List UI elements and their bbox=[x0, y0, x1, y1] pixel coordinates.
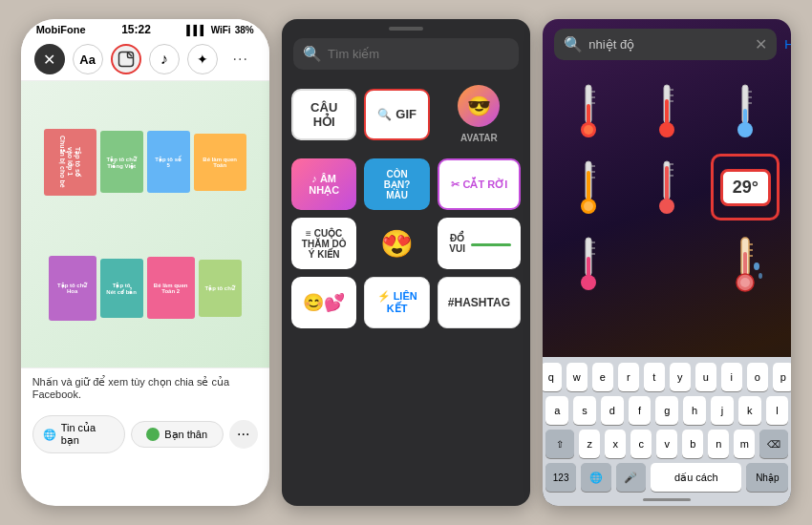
panel3-search-container[interactable]: 🔍 ✕ bbox=[554, 29, 777, 60]
home-indicator bbox=[643, 498, 691, 501]
avatar-badge: 😎 AVATAR bbox=[438, 77, 521, 151]
sticker-cuoc-tham[interactable]: ≡ CUỘC THĂM DÒ Ý KIẾN bbox=[291, 218, 356, 269]
sticker-love-meter[interactable]: 😊💕 bbox=[291, 277, 356, 328]
lien-ket-badge: ⚡ LIÊN KẾT bbox=[364, 277, 429, 328]
key-z[interactable]: z bbox=[579, 430, 600, 458]
phone1-bottom-bar: 🌐 Tin của bạn Bạn thân ··· bbox=[21, 408, 269, 461]
sticker-panel: 🔍 CÂU HỎI 🔍 GIF 😎 AVATAR bbox=[282, 19, 530, 506]
news-icon: 🌐 bbox=[43, 429, 56, 441]
scissors-icon: ✂ bbox=[451, 178, 459, 191]
key-c[interactable]: c bbox=[630, 430, 652, 458]
more-options-button[interactable]: ··· bbox=[229, 420, 258, 449]
key-j[interactable]: j bbox=[711, 396, 734, 425]
svg-rect-28 bbox=[665, 166, 669, 201]
photo-area: Chuẩn bị cho bé vào lớp 1Tập tô số Tập t… bbox=[21, 81, 269, 368]
sticker-am-nhac[interactable]: ♪ ÂM NHẠC bbox=[291, 158, 356, 210]
panel3-header: 🔍 ✕ Hủy bbox=[543, 19, 791, 70]
key-h[interactable]: h bbox=[683, 396, 706, 425]
globe-key[interactable]: 🌐 bbox=[581, 463, 611, 492]
sticker-search-container[interactable]: 🔍 bbox=[293, 38, 519, 70]
num-key[interactable]: 123 bbox=[545, 463, 576, 492]
friend-dot-icon bbox=[146, 428, 160, 441]
key-o[interactable]: o bbox=[747, 363, 768, 391]
effect-button[interactable]: ✦ bbox=[187, 44, 218, 74]
panel3-search-input[interactable] bbox=[588, 37, 749, 52]
key-w[interactable]: w bbox=[566, 363, 588, 391]
key-l[interactable]: l bbox=[766, 396, 789, 425]
handle-bar bbox=[389, 27, 423, 31]
sticker-search-input[interactable] bbox=[328, 47, 509, 61]
status-bar: MobiFone 15:22 ▌▌▌ WiFi 38% bbox=[21, 19, 269, 38]
sticker-cat-roi[interactable]: ✂ CẮT RỜI bbox=[438, 158, 521, 210]
sticker-con-ban[interactable]: CÒN BẠN?MÀU bbox=[364, 158, 429, 210]
close-button[interactable]: ✕ bbox=[34, 44, 65, 74]
key-g[interactable]: g bbox=[655, 396, 678, 425]
sticker-avatar[interactable]: 😎 AVATAR bbox=[438, 77, 521, 151]
con-ban-badge: CÒN BẠN?MÀU bbox=[364, 158, 429, 210]
more-button[interactable]: ··· bbox=[225, 44, 256, 74]
cancel-button[interactable]: Hủy bbox=[784, 37, 791, 52]
sticker-hashtag[interactable]: #HASHTAG bbox=[438, 277, 521, 328]
svg-rect-21 bbox=[587, 171, 590, 201]
cat-roi-badge: ✂ CẮT RỜI bbox=[438, 158, 521, 210]
carrier-label: MobiFone bbox=[36, 24, 86, 35]
text-button[interactable]: Aa bbox=[73, 44, 103, 74]
thermo-sticker-1[interactable] bbox=[554, 77, 623, 144]
thermometer-svg-2 bbox=[652, 80, 681, 142]
key-i[interactable]: i bbox=[721, 363, 742, 391]
clear-search-icon[interactable]: ✕ bbox=[755, 35, 767, 53]
thermo-sticker-animated[interactable] bbox=[711, 230, 780, 297]
temperature-badge-sticker: 29° bbox=[720, 169, 771, 206]
svg-rect-9 bbox=[665, 99, 669, 125]
key-s[interactable]: s bbox=[573, 396, 596, 425]
sticker-emoji[interactable]: 😍 bbox=[364, 218, 429, 269]
delete-key[interactable]: ⌫ bbox=[759, 430, 788, 458]
key-p[interactable]: p bbox=[773, 363, 792, 391]
key-e[interactable]: e bbox=[592, 363, 613, 391]
avatar-label: AVATAR bbox=[460, 133, 498, 143]
sticker-lien-ket[interactable]: ⚡ LIÊN KẾT bbox=[364, 277, 429, 328]
thermo-sticker-4[interactable] bbox=[554, 154, 623, 220]
thermo-sticker-6[interactable] bbox=[554, 230, 623, 297]
key-n[interactable]: n bbox=[708, 430, 729, 458]
gif-label: GIF bbox=[395, 107, 417, 121]
key-b[interactable]: b bbox=[682, 430, 703, 458]
music-button[interactable]: ♪ bbox=[149, 44, 180, 74]
key-u[interactable]: u bbox=[695, 363, 716, 391]
panel-handle bbox=[282, 19, 530, 34]
thermo-sticker-29c[interactable]: 29° bbox=[711, 154, 780, 220]
caption-text: Nhấn và giữ để xem tùy chọn chia sẻ của … bbox=[21, 368, 269, 408]
key-a[interactable]: a bbox=[545, 396, 568, 425]
hashtag-badge: #HASHTAG bbox=[438, 277, 521, 328]
sticker-do-vui[interactable]: ĐỔ VUI bbox=[438, 218, 521, 269]
sticker-gif[interactable]: 🔍 GIF bbox=[364, 77, 429, 151]
key-q[interactable]: q bbox=[543, 363, 562, 391]
thermometer-svg-6 bbox=[574, 233, 603, 295]
return-key[interactable]: Nhập bbox=[746, 463, 788, 492]
sticker-button[interactable] bbox=[111, 44, 141, 74]
key-f[interactable]: f bbox=[629, 396, 652, 425]
mic-key[interactable]: 🎤 bbox=[616, 463, 647, 492]
friend-button[interactable]: Bạn thân bbox=[131, 421, 224, 448]
key-y[interactable]: y bbox=[670, 363, 691, 391]
shift-key[interactable]: ⇧ bbox=[545, 430, 574, 458]
key-k[interactable]: k bbox=[738, 396, 761, 425]
thermo-sticker-5[interactable] bbox=[632, 154, 701, 220]
sticker-cau-hoi[interactable]: CÂU HỎI bbox=[291, 77, 356, 151]
key-t[interactable]: t bbox=[644, 363, 665, 391]
key-d[interactable]: d bbox=[601, 396, 624, 425]
key-r[interactable]: r bbox=[618, 363, 639, 391]
avatar-image: 😎 bbox=[458, 85, 500, 127]
news-button[interactable]: 🌐 Tin của bạn bbox=[32, 415, 125, 453]
book-item: Bé làm quenToán 2 bbox=[147, 257, 195, 319]
key-v[interactable]: v bbox=[656, 430, 677, 458]
love-meter-badge: 😊💕 bbox=[291, 277, 356, 328]
keyboard-row-1: q w e r t y u i o p bbox=[545, 363, 788, 391]
cuoc-tham-badge: ≡ CUỘC THĂM DÒ Ý KIẾN bbox=[291, 218, 356, 269]
space-key[interactable]: dấu cách bbox=[651, 463, 741, 492]
key-m[interactable]: m bbox=[734, 430, 755, 458]
thermometer-svg-1 bbox=[574, 80, 603, 142]
thermo-sticker-3[interactable] bbox=[711, 77, 780, 144]
key-x[interactable]: x bbox=[605, 430, 626, 458]
thermo-sticker-2[interactable] bbox=[632, 77, 701, 144]
